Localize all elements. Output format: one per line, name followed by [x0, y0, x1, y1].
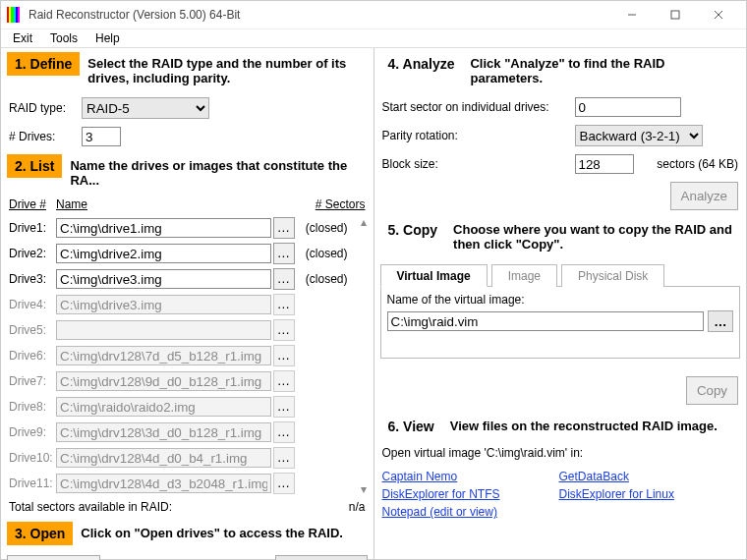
drive-path-input — [56, 295, 271, 314]
drive-path-input — [56, 397, 271, 417]
drive-row-label: Drive7: — [9, 374, 56, 388]
total-sectors-value: n/a — [349, 500, 366, 514]
link-diskexplorer-ntfs[interactable]: DiskExplorer for NTFS — [382, 485, 500, 503]
browse-drive-button: … — [273, 370, 295, 392]
block-size-suffix: sectors (64 KB) — [640, 157, 739, 171]
virtual-image-path-input[interactable] — [387, 311, 705, 331]
drive-row: Drive8:… — [1, 394, 354, 420]
drive-path-input[interactable] — [56, 269, 271, 289]
titlebar: Raid Reconstructor (Version 5.00) 64-Bit — [1, 1, 746, 29]
drive-row-label: Drive4: — [9, 298, 56, 311]
drive-row-label: Drive11: — [9, 476, 56, 490]
raid-type-select[interactable]: RAID-5 — [82, 97, 209, 119]
drive-row: Drive9:… — [1, 420, 354, 445]
total-sectors-label: Total sectors available in RAID: — [9, 500, 349, 514]
drive-path-input — [56, 474, 271, 493]
drives-count-input[interactable] — [82, 127, 121, 146]
drive-row: Drive7:… — [1, 368, 354, 394]
section-define-desc: Select the RAID type and the number of i… — [87, 52, 367, 89]
tab-image[interactable]: Image — [491, 264, 557, 287]
browse-drive-button[interactable]: … — [273, 243, 295, 264]
browse-drive-button[interactable]: … — [273, 268, 295, 290]
drive-row-label: Drive9: — [9, 425, 56, 439]
section-view-label: 6. View — [380, 415, 442, 438]
drives-header: Drive # Name # Sectors — [1, 196, 374, 215]
section-view-desc: View files on the reconstructed RAID ima… — [450, 415, 718, 437]
browse-drive-button: … — [273, 396, 295, 418]
col-sectors: # Sectors — [297, 197, 366, 211]
raid-type-label: RAID type: — [9, 101, 76, 115]
block-size-input[interactable] — [575, 154, 634, 174]
drives-count-label: # Drives: — [9, 130, 76, 143]
browse-drive-button: … — [273, 473, 295, 494]
col-drive: Drive # — [9, 197, 56, 211]
menubar: Exit Tools Help — [1, 29, 746, 48]
browse-virtual-image-button[interactable]: … — [708, 310, 733, 332]
browse-drive-button: … — [273, 421, 295, 443]
browse-drive-button: … — [273, 447, 295, 469]
start-sector-label: Start sector on individual drives: — [382, 100, 569, 114]
drive-row: Drive2:…(closed) — [1, 241, 354, 266]
drive-path-input[interactable] — [56, 244, 271, 263]
copy-tabs: Virtual Image Image Physical Disk — [380, 263, 741, 287]
drive-row-label: Drive8: — [9, 400, 56, 414]
parity-label: Parity rotation: — [382, 129, 569, 142]
app-window: Raid Reconstructor (Version 5.00) 64-Bit… — [0, 0, 747, 560]
minimize-button[interactable] — [610, 1, 654, 28]
section-list-label: 2. List — [7, 154, 62, 178]
drive-row: Drive3:…(closed) — [1, 266, 354, 292]
link-diskexplorer-linux[interactable]: DiskExplorer for Linux — [559, 485, 674, 503]
drive-sectors: (closed) — [295, 221, 350, 235]
drives-list: Drive1:…(closed)Drive2:…(closed)Drive3:…… — [1, 215, 354, 496]
virtual-image-name-label: Name of the virtual image: — [387, 293, 734, 307]
drive-row: Drive1:…(closed) — [1, 215, 354, 241]
start-sector-input[interactable] — [575, 97, 681, 117]
open-virtual-image-label: Open virtual image 'C:\img\raid.vim' in: — [382, 446, 584, 460]
section-copy-desc: Choose where you want to copy the RAID a… — [453, 218, 740, 255]
parity-rotation-select[interactable]: Backward (3-2-1) — [575, 125, 703, 146]
svg-rect-1 — [671, 11, 679, 19]
maximize-button[interactable] — [654, 1, 697, 28]
drive-row-label: Drive10: — [9, 451, 56, 465]
drive-row: Drive4:… — [1, 292, 354, 317]
drive-path-input[interactable] — [56, 218, 271, 238]
drive-row-label: Drive1: — [9, 221, 56, 235]
link-captain-nemo[interactable]: Captain Nemo — [382, 468, 500, 485]
link-getdataback[interactable]: GetDataBack — [559, 468, 674, 485]
tab-virtual-image[interactable]: Virtual Image — [380, 264, 488, 287]
drive-path-input — [56, 448, 271, 468]
drive-row: Drive5:… — [1, 317, 354, 343]
close-button[interactable] — [697, 1, 740, 28]
block-size-label: Block size: — [382, 157, 569, 171]
menu-tools[interactable]: Tools — [44, 29, 84, 47]
app-logo — [7, 7, 23, 23]
drive-row: Drive11:… — [1, 471, 354, 496]
close-drives-button[interactable]: Close drives — [7, 555, 100, 560]
copy-button[interactable]: Copy — [686, 376, 738, 405]
scrollbar[interactable]: ▴ ▾ — [354, 215, 374, 496]
drive-row-label: Drive2: — [9, 247, 56, 260]
analyze-button[interactable]: Analyze — [670, 182, 738, 210]
section-copy-label: 5. Copy — [380, 218, 446, 242]
link-notepad[interactable]: Notepad (edit or view) — [382, 503, 500, 521]
drive-row-label: Drive3: — [9, 272, 56, 286]
browse-drive-button: … — [273, 345, 295, 366]
tab-physical-disk[interactable]: Physical Disk — [561, 264, 664, 287]
section-list-desc: Name the drives or images that constitut… — [70, 154, 367, 192]
drive-sectors: (closed) — [295, 272, 350, 286]
drive-path-input — [56, 422, 271, 442]
window-title: Raid Reconstructor (Version 5.00) 64-Bit — [29, 8, 610, 22]
browse-drive-button: … — [273, 319, 295, 341]
scroll-up-icon[interactable]: ▴ — [361, 215, 367, 229]
col-name: Name — [56, 197, 297, 211]
open-drives-button[interactable]: Open drives — [275, 555, 368, 560]
browse-drive-button[interactable]: … — [273, 217, 295, 239]
drive-path-input — [56, 346, 271, 365]
menu-exit[interactable]: Exit — [7, 29, 38, 47]
section-define-label: 1. Define — [7, 52, 80, 76]
drive-sectors: (closed) — [295, 247, 350, 260]
browse-drive-button: … — [273, 294, 295, 315]
section-open-desc: Click on "Open drives" to access the RAI… — [81, 522, 343, 544]
menu-help[interactable]: Help — [89, 29, 126, 47]
scroll-down-icon[interactable]: ▾ — [361, 482, 367, 496]
